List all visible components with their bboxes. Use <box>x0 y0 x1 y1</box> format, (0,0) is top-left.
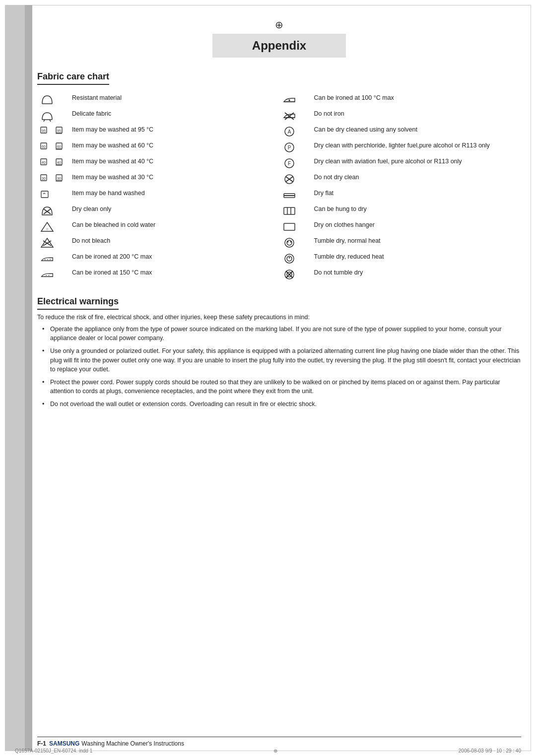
svg-text:30: 30 <box>57 177 61 180</box>
svg-point-53 <box>287 240 292 245</box>
dryclean-only-label: Dry clean only <box>70 205 111 213</box>
left-bar <box>5 5 32 751</box>
care-item-iron200: Can be ironed at 200 °C max <box>37 251 279 267</box>
care-item-no-dryclean: Do not dry clean <box>279 171 522 187</box>
svg-point-64 <box>46 275 47 276</box>
svg-point-54 <box>287 241 288 243</box>
wash95-label: Item may be washed at 95 °C <box>70 126 153 134</box>
care-item-wash95: 95 95 Item may be washed at 95 °C <box>37 124 279 139</box>
resistant-icon <box>40 94 70 106</box>
no-dryclean-icon <box>282 173 312 185</box>
iron150-label: Can be ironed at 150 °C max <box>70 269 152 277</box>
svg-rect-43 <box>284 207 295 214</box>
care-item-tumble-normal: Tumble dry, normal heat <box>279 235 522 251</box>
footer-brand: SAMSUNG <box>49 740 79 747</box>
dryclean-any-label: Can be dry cleaned using any solvent <box>312 126 417 134</box>
care-item-dryclean-p: P Dry clean with perchloride, lighter fu… <box>279 139 522 155</box>
delicate-label: Delicate fabric <box>70 110 111 118</box>
clothes-hanger-icon <box>282 221 312 233</box>
main-content: ⊕ Appendix Fabric care chart Resistant m… <box>37 0 521 409</box>
care-item-clothes-hanger: Dry on clothes hanger <box>279 219 522 235</box>
care-item-dryclean-f: F Dry clean with aviation fuel, pure alc… <box>279 155 522 171</box>
iron150-icon <box>40 269 70 280</box>
dryclean-p-label: Dry clean with perchloride, lighter fuel… <box>312 141 490 150</box>
svg-rect-48 <box>284 223 295 230</box>
electrical-section: Electrical warnings To reduce the risk o… <box>37 296 521 409</box>
bleach-cold-label: Can be bleached in cold water <box>70 221 155 229</box>
compass-icon: ⊕ <box>275 19 283 31</box>
handwash-icon <box>40 189 70 201</box>
resistant-label: Resistant material <box>70 94 122 102</box>
footer-page-label: F-1 <box>37 740 46 747</box>
svg-text:95: 95 <box>57 129 61 133</box>
iron200-label: Can be ironed at 200 °C max <box>70 253 152 261</box>
hung-dry-icon <box>282 205 312 217</box>
svg-point-65 <box>49 275 50 276</box>
care-item-iron150: Can be ironed at 150 °C max <box>37 267 279 282</box>
svg-text:60: 60 <box>57 145 61 148</box>
svg-point-2 <box>289 100 290 101</box>
left-bar-inner <box>5 5 25 751</box>
dryclean-only-icon <box>40 205 70 217</box>
svg-text:30: 30 <box>42 177 46 180</box>
tumble-normal-label: Tumble dry, normal heat <box>312 237 381 245</box>
appendix-title-area: Appendix <box>37 34 521 58</box>
bottom-meta: Q1657A-02150J_EN-60724. indd 1 ⊕ 2006-08… <box>15 748 521 754</box>
svg-text:40: 40 <box>57 161 61 164</box>
svg-text:A: A <box>287 129 291 135</box>
svg-text:60: 60 <box>42 145 46 148</box>
care-item-dryclean-only: Dry clean only <box>37 203 279 219</box>
care-item-dryclean-any: A Can be dry cleaned using any solvent <box>279 124 522 139</box>
wash40-label: Item may be washed at 40 °C <box>70 157 153 166</box>
svg-text:F: F <box>287 161 290 166</box>
dryclean-f-icon: F <box>282 157 312 169</box>
care-item-handwash: Item may be hand washed <box>37 187 279 203</box>
svg-point-57 <box>45 259 46 260</box>
no-iron-icon <box>282 110 312 122</box>
no-bleach-label: Do not bleach <box>70 237 110 245</box>
care-item-wash40: 40 40 Item may be washed at 40 °C <box>37 155 279 171</box>
fabric-care-grid: Resistant material Can be ironed at 100 … <box>37 92 521 282</box>
care-item-no-bleach: Do not bleach <box>37 235 279 251</box>
dryclean-p-icon: P <box>282 141 312 153</box>
care-item-wash30: 30 30 Item may be washed at 30 °C <box>37 171 279 187</box>
elec-bullet-3: Protect the power cord. Power supply cor… <box>42 378 521 396</box>
wash60-label: Item may be washed at 60 °C <box>70 141 153 150</box>
care-item-tumble-reduced: Tumble dry, reduced heat <box>279 251 522 267</box>
care-item-no-tumble: Do not tumble dry <box>279 267 522 282</box>
svg-point-52 <box>285 238 294 247</box>
electrical-list: Operate the appliance only from the type… <box>37 325 521 409</box>
appendix-title: Appendix <box>212 34 346 58</box>
care-item-resistant: Resistant material <box>37 92 279 108</box>
no-tumble-label: Do not tumble dry <box>312 269 363 277</box>
tumble-reduced-icon <box>282 253 312 265</box>
bottom-meta-right: 2006-08-03 9/9 · 10 : 29 : 40 <box>459 748 521 754</box>
compass-center-bottom: ⊕ <box>273 748 277 754</box>
dryclean-any-icon: A <box>282 126 312 137</box>
iron100-label: Can be ironed at 100 °C max <box>312 94 394 102</box>
care-item-no-iron: Do not iron <box>279 108 522 124</box>
footer: F-1 SAMSUNG Washing Machine Owner's Inst… <box>37 737 521 747</box>
elec-bullet-4: Do not overload the wall outlet or exten… <box>42 400 521 409</box>
svg-text:40: 40 <box>42 161 46 164</box>
wash30-icon: 30 30 <box>40 173 70 185</box>
care-item-dry-flat: Dry flat <box>279 187 522 203</box>
iron100-icon <box>282 94 312 106</box>
svg-point-55 <box>290 241 291 243</box>
care-item-hung-dry: Can be hung to dry <box>279 203 522 219</box>
svg-point-62 <box>288 257 290 259</box>
care-item-wash60: 60 60 Item may be washed at 60 °C <box>37 139 279 155</box>
bottom-meta-left: Q1657A-02150J_EN-60724. indd 1 <box>15 748 92 754</box>
footer-text: Washing Machine Owner's Instructions <box>81 740 184 747</box>
care-item-bleach-cold: ○ Can be bleached in cold water <box>37 219 279 235</box>
wash40-icon: 40 40 <box>40 157 70 169</box>
care-item-iron100: Can be ironed at 100 °C max <box>279 92 522 108</box>
iron200-icon <box>40 253 70 265</box>
no-tumble-icon <box>282 269 312 280</box>
care-item-delicate: Delicate fabric <box>37 108 279 124</box>
fabric-care-heading: Fabric care chart <box>37 71 109 85</box>
dry-flat-icon <box>282 189 312 201</box>
no-dryclean-label: Do not dry clean <box>312 173 359 182</box>
tumble-reduced-label: Tumble dry, reduced heat <box>312 253 384 261</box>
electrical-heading: Electrical warnings <box>37 296 119 310</box>
